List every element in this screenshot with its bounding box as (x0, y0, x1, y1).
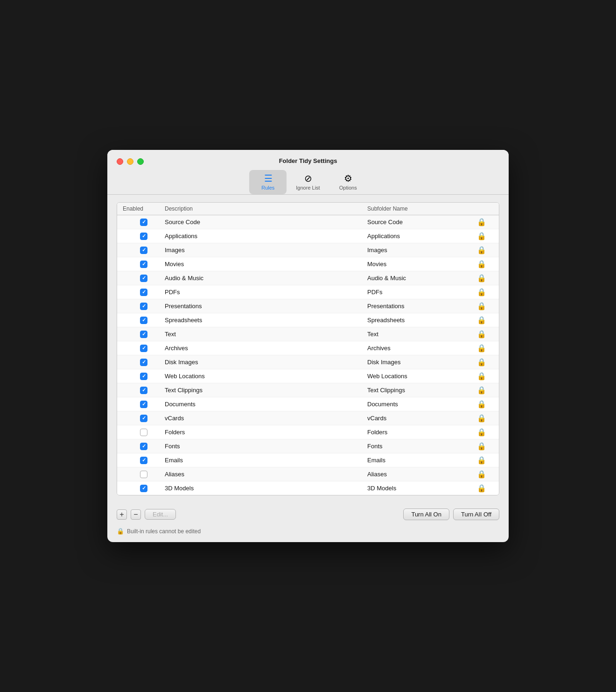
edit-button[interactable]: Edit... (145, 509, 176, 520)
rule-subfolder-4: Audio & Music (367, 275, 470, 282)
checkbox-cell (123, 345, 165, 352)
table-row: vCardsvCards🔒 (117, 411, 499, 425)
checkbox-cell (123, 317, 165, 324)
rule-description-13: Documents (165, 401, 367, 408)
rule-subfolder-8: Text (367, 331, 470, 338)
traffic-lights (117, 158, 144, 165)
rule-checkbox-15[interactable] (140, 429, 147, 436)
rule-subfolder-13: Documents (367, 401, 470, 408)
checkbox-cell (123, 387, 165, 394)
table-row: Source CodeSource Code🔒 (117, 215, 499, 229)
rule-subfolder-9: Archives (367, 345, 470, 352)
table-row: ArchivesArchives🔒 (117, 341, 499, 355)
checkbox-cell (123, 401, 165, 408)
rule-lock-cell-1: 🔒 (470, 232, 493, 240)
rule-checkbox-14[interactable] (140, 415, 147, 422)
add-rule-button[interactable]: + (117, 509, 127, 520)
rule-description-0: Source Code (165, 219, 367, 226)
rule-checkbox-1[interactable] (140, 233, 147, 240)
rule-checkbox-10[interactable] (140, 359, 147, 366)
rule-subfolder-2: Images (367, 247, 470, 254)
header-description: Description (165, 205, 367, 212)
lock-icon-4: 🔒 (477, 274, 486, 282)
rule-lock-cell-5: 🔒 (470, 288, 493, 297)
rule-lock-cell-11: 🔒 (470, 372, 493, 381)
turn-all-off-button[interactable]: Turn AlI Off (453, 508, 499, 520)
rule-checkbox-5[interactable] (140, 289, 147, 296)
checkbox-cell (123, 443, 165, 450)
rule-lock-cell-13: 🔒 (470, 400, 493, 409)
rule-lock-cell-4: 🔒 (470, 274, 493, 282)
table-row: Web LocationsWeb Locations🔒 (117, 369, 499, 383)
rule-subfolder-18: Aliases (367, 471, 470, 478)
rule-description-2: Images (165, 247, 367, 254)
rule-description-16: Fonts (165, 443, 367, 450)
rule-lock-cell-8: 🔒 (470, 330, 493, 339)
rule-description-4: Audio & Music (165, 275, 367, 282)
close-button[interactable] (117, 158, 123, 165)
options-icon: ⚙ (344, 174, 352, 183)
rule-lock-cell-2: 🔒 (470, 246, 493, 254)
lock-icon-3: 🔒 (477, 260, 486, 268)
rule-description-15: Folders (165, 429, 367, 436)
rule-checkbox-7[interactable] (140, 317, 147, 324)
rule-checkbox-4[interactable] (140, 275, 147, 282)
rule-subfolder-1: Applications (367, 233, 470, 240)
rule-checkbox-13[interactable] (140, 401, 147, 408)
rule-checkbox-12[interactable] (140, 387, 147, 394)
rule-checkbox-9[interactable] (140, 345, 147, 352)
header-lock (470, 205, 493, 212)
maximize-button[interactable] (137, 158, 144, 165)
table-row: SpreadsheetsSpreadsheets🔒 (117, 313, 499, 327)
checkbox-cell (123, 261, 165, 268)
rule-lock-cell-0: 🔒 (470, 218, 493, 226)
lock-icon-6: 🔒 (477, 302, 486, 311)
tab-options[interactable]: ⚙ Options (329, 170, 367, 194)
checkbox-cell (123, 303, 165, 310)
rule-checkbox-19[interactable] (140, 485, 147, 492)
rule-checkbox-3[interactable] (140, 261, 147, 268)
rule-description-9: Archives (165, 345, 367, 352)
footer-note-text: Built-in rules cannot be edited (127, 528, 201, 535)
lock-icon-11: 🔒 (477, 372, 486, 381)
rule-lock-cell-6: 🔒 (470, 302, 493, 311)
rule-description-7: Spreadsheets (165, 317, 367, 324)
rule-checkbox-6[interactable] (140, 303, 147, 310)
rule-lock-cell-15: 🔒 (470, 428, 493, 437)
tab-ignore-list[interactable]: ⊘ Ignore List (287, 170, 329, 194)
rule-checkbox-0[interactable] (140, 219, 147, 226)
rule-checkbox-8[interactable] (140, 331, 147, 338)
checkbox-cell (123, 471, 165, 478)
lock-icon-5: 🔒 (477, 288, 486, 297)
lock-icon-9: 🔒 (477, 344, 486, 353)
rules-icon: ☰ (264, 174, 272, 183)
rule-checkbox-16[interactable] (140, 443, 147, 450)
remove-rule-button[interactable]: − (131, 509, 141, 520)
rule-description-3: Movies (165, 261, 367, 268)
ignore-list-icon: ⊘ (304, 174, 312, 183)
tab-rules-label: Rules (261, 185, 274, 191)
lock-icon-19: 🔒 (477, 484, 486, 493)
rule-checkbox-17[interactable] (140, 457, 147, 464)
lock-icon-10: 🔒 (477, 358, 486, 367)
minimize-button[interactable] (127, 158, 133, 165)
table-row: FontsFonts🔒 (117, 439, 499, 453)
turn-all-on-button[interactable]: Turn All On (403, 508, 449, 520)
checkbox-cell (123, 415, 165, 422)
rule-checkbox-2[interactable] (140, 247, 147, 254)
rule-lock-cell-12: 🔒 (470, 386, 493, 395)
table-row: DocumentsDocuments🔒 (117, 397, 499, 411)
rule-checkbox-11[interactable] (140, 373, 147, 380)
table-row: Disk ImagesDisk Images🔒 (117, 355, 499, 369)
table-row: 3D Models3D Models🔒 (117, 481, 499, 495)
table-row: PresentationsPresentations🔒 (117, 299, 499, 313)
rule-subfolder-7: Spreadsheets (367, 317, 470, 324)
rule-checkbox-18[interactable] (140, 471, 147, 478)
checkbox-cell (123, 275, 165, 282)
rule-subfolder-12: Text Clippings (367, 387, 470, 394)
lock-icon-13: 🔒 (477, 400, 486, 409)
title-bar: Folder Tidy Settings ☰ Rules ⊘ Ignore Li… (107, 150, 509, 194)
lock-icon-0: 🔒 (477, 218, 486, 226)
rule-description-14: vCards (165, 415, 367, 422)
tab-rules[interactable]: ☰ Rules (249, 170, 287, 194)
